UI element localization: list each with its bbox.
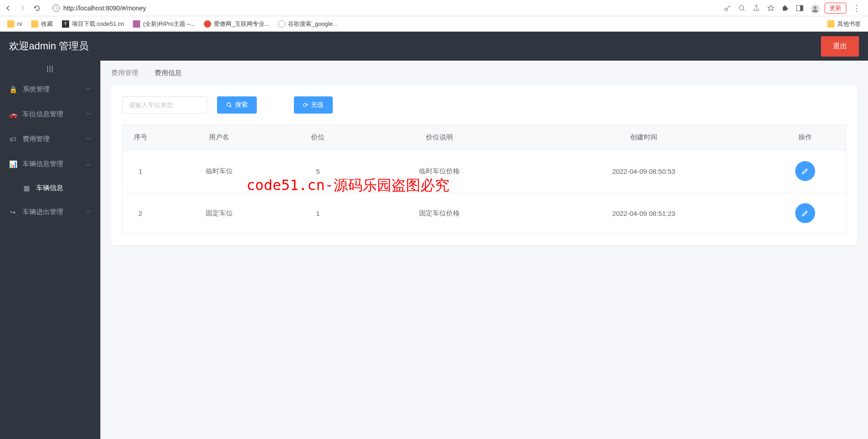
url-text: http://localhost:8090/#/money xyxy=(63,5,146,12)
sidebar-item-parking[interactable]: 🚗 车位信息管理 ﹀ xyxy=(0,102,100,127)
sidebar-subitem-label: 车辆信息 xyxy=(36,184,63,192)
content-card: 搜索 ⟳ 充值 序号 用户名 价位 价位说明 创建时间 操作 xyxy=(111,86,857,245)
sidebar-item-vehicle[interactable]: 📊 车辆信息管理 ︿ xyxy=(0,152,100,177)
folder-icon xyxy=(31,20,38,28)
profile-icon[interactable] xyxy=(810,4,818,12)
bookmark-item[interactable]: 谷歌搜索_google... xyxy=(278,20,337,28)
chart-icon: 📊 xyxy=(9,160,16,168)
key-icon[interactable] xyxy=(723,4,731,12)
fee-table: 序号 用户名 价位 价位说明 创建时间 操作 1 临时车位 5 临时车位价格 2… xyxy=(122,124,846,234)
panel-icon[interactable] xyxy=(796,4,804,12)
sidebar: ||| 🔒 系统管理 ﹀ 🚗 车位信息管理 ﹀ 🏷 费用管理 ﹀ 📊 车辆信息管… xyxy=(0,61,100,439)
table-header: 价位说明 xyxy=(356,125,523,150)
chevron-right-icon: 〉 xyxy=(144,69,149,77)
browser-toolbar: i http://localhost:8090/#/money 更新 ⋮ xyxy=(0,0,868,16)
sidebar-toggle[interactable]: ||| xyxy=(0,61,100,77)
loading-icon: ⟳ xyxy=(303,101,308,109)
cell-seq: 2 xyxy=(123,192,159,234)
app-header: 欢迎admin 管理员 退出 xyxy=(0,32,868,61)
table-row: 2 固定车位 1 固定车位价格 2022-04-09 08:51:23 xyxy=(123,192,846,234)
extensions-icon[interactable] xyxy=(781,4,789,12)
svg-point-5 xyxy=(814,6,816,9)
back-button[interactable] xyxy=(4,4,13,13)
bookmark-item[interactable]: Y项目下载:code51.cn xyxy=(62,20,124,28)
site-icon xyxy=(204,20,211,28)
chevron-down-icon: ﹀ xyxy=(86,86,91,93)
search-button[interactable]: 搜索 xyxy=(217,96,257,114)
edit-icon xyxy=(801,167,809,175)
table-header: 价位 xyxy=(280,125,356,150)
search-icon xyxy=(226,102,232,108)
table-header: 用户名 xyxy=(159,125,280,150)
chevron-down-icon: ﹀ xyxy=(86,209,91,215)
cell-price: 1 xyxy=(280,192,356,234)
sidebar-item-fee[interactable]: 🏷 费用管理 ﹀ xyxy=(0,127,100,152)
url-bar[interactable]: i http://localhost:8090/#/money xyxy=(47,3,718,14)
cell-actions xyxy=(765,150,846,192)
breadcrumb: 费用管理 〉 费用信息 xyxy=(100,61,868,86)
search-input[interactable] xyxy=(122,96,207,114)
sidebar-item-label: 车位信息管理 xyxy=(23,110,63,119)
breadcrumb-parent[interactable]: 费用管理 xyxy=(111,69,138,77)
star-icon[interactable] xyxy=(767,4,775,12)
site-icon xyxy=(133,20,140,28)
recharge-button-label: 充值 xyxy=(311,101,324,109)
folder-icon xyxy=(827,20,835,28)
grid-icon: ▦ xyxy=(24,184,31,192)
cell-username: 临时车位 xyxy=(159,150,280,192)
reload-button[interactable] xyxy=(33,4,42,13)
edit-button[interactable] xyxy=(795,203,815,223)
cell-desc: 临时车位价格 xyxy=(356,150,523,192)
update-button[interactable]: 更新 xyxy=(825,3,846,14)
bookmark-item[interactable]: 收藏 xyxy=(31,20,53,28)
sidebar-item-label: 车辆信息管理 xyxy=(23,160,63,168)
edit-button[interactable] xyxy=(795,161,815,181)
site-icon xyxy=(278,20,285,28)
car-icon: 🚗 xyxy=(9,110,16,119)
recharge-button[interactable]: ⟳ 充值 xyxy=(294,96,333,114)
search-button-label: 搜索 xyxy=(235,101,248,109)
bookmark-item[interactable]: 爱微网_互联网专业... xyxy=(204,20,269,28)
sidebar-item-system[interactable]: 🔒 系统管理 ﹀ xyxy=(0,77,100,102)
svg-point-1 xyxy=(739,5,744,10)
cell-username: 固定车位 xyxy=(159,192,280,234)
cell-created: 2022-04-09 08:50:53 xyxy=(523,150,765,192)
more-menu-icon[interactable]: ⋮ xyxy=(853,3,861,13)
svg-point-6 xyxy=(227,103,231,106)
exit-icon: ↪ xyxy=(9,208,16,216)
menu-collapse-icon: ||| xyxy=(47,65,53,73)
chevron-down-icon: ﹀ xyxy=(86,111,91,118)
chevron-down-icon: ﹀ xyxy=(86,136,91,143)
site-icon: Y xyxy=(62,20,69,28)
edit-icon xyxy=(801,209,809,217)
table-header: 创建时间 xyxy=(523,125,765,150)
zoom-icon[interactable] xyxy=(738,4,746,12)
table-row: 1 临时车位 5 临时车位价格 2022-04-09 08:50:53 xyxy=(123,150,846,192)
logout-button[interactable]: 退出 xyxy=(821,36,859,57)
table-header: 操作 xyxy=(765,125,846,150)
sidebar-item-label: 车辆进出管理 xyxy=(23,208,63,216)
sidebar-item-label: 系统管理 xyxy=(23,85,50,94)
toolbar: 搜索 ⟳ 充值 xyxy=(122,96,846,114)
bookmark-item[interactable]: rx xyxy=(7,20,22,28)
table-header-row: 序号 用户名 价位 价位说明 创建时间 操作 xyxy=(123,125,846,150)
info-icon: i xyxy=(52,5,60,12)
cell-price: 5 xyxy=(280,150,356,192)
cell-actions xyxy=(765,192,846,234)
sidebar-item-inout[interactable]: ↪ 车辆进出管理 ﹀ xyxy=(0,200,100,224)
chevron-up-icon: ︿ xyxy=(86,161,91,167)
lock-icon: 🔒 xyxy=(9,86,16,94)
main-content: 费用管理 〉 费用信息 搜索 ⟳ 充值 序号 用户 xyxy=(100,61,868,439)
table-header: 序号 xyxy=(123,125,159,150)
forward-button[interactable] xyxy=(18,4,27,13)
other-bookmarks[interactable]: 其他书签 xyxy=(827,20,861,28)
bookmark-item[interactable]: (全新)RiPro主题 –... xyxy=(133,20,195,28)
tag-icon: 🏷 xyxy=(9,135,16,143)
share-icon[interactable] xyxy=(752,4,760,12)
breadcrumb-current: 费用信息 xyxy=(155,69,182,77)
page-title: 欢迎admin 管理员 xyxy=(9,39,89,53)
sidebar-item-label: 费用管理 xyxy=(23,135,50,143)
sidebar-subitem-vehicle-info[interactable]: ▦ 车辆信息 xyxy=(0,177,100,200)
svg-rect-3 xyxy=(800,5,803,11)
cell-created: 2022-04-09 08:51:23 xyxy=(523,192,765,234)
